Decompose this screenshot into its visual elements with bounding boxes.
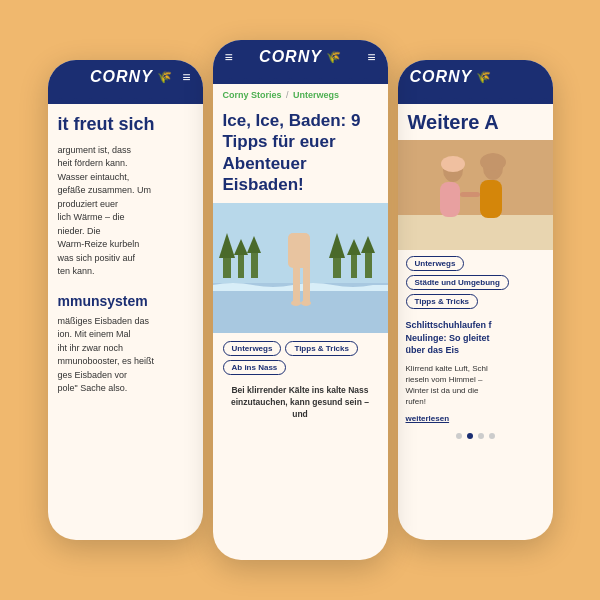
svg-point-26 bbox=[441, 156, 465, 172]
center-logo-text: CORNY bbox=[259, 48, 322, 66]
svg-point-19 bbox=[301, 300, 311, 306]
tag-unterwegs[interactable]: Unterwegs bbox=[223, 341, 282, 356]
svg-point-18 bbox=[291, 300, 301, 306]
wheat-icon-right: 🌾 bbox=[476, 70, 491, 84]
left-body-2: mäßiges Eisbaden dasion. Mit einem Malih… bbox=[58, 315, 193, 396]
svg-rect-16 bbox=[293, 263, 300, 303]
svg-rect-7 bbox=[251, 250, 258, 278]
ice-scene-svg bbox=[213, 203, 388, 333]
right-header: CORNY 🌾 bbox=[398, 60, 553, 104]
breadcrumb-sep: / bbox=[286, 90, 291, 100]
right-tag-staedte[interactable]: Städte und Umgebung bbox=[406, 275, 509, 290]
tag-ab-ins-nass[interactable]: Ab ins Nass bbox=[223, 360, 287, 375]
svg-rect-13 bbox=[365, 250, 372, 278]
phone-left: CORNY 🌾 ≡ it freut sich argument ist, da… bbox=[48, 60, 203, 540]
caption-rest: einzutauchen, kann gesund sein – und bbox=[231, 397, 369, 419]
dot-4[interactable] bbox=[489, 433, 495, 439]
dot-3[interactable] bbox=[478, 433, 484, 439]
breadcrumb-1[interactable]: Corny Stories bbox=[223, 90, 282, 100]
right-image bbox=[398, 140, 553, 250]
right-logo: CORNY 🌾 bbox=[410, 68, 492, 86]
dots-pagination bbox=[398, 427, 553, 445]
left-section-title: mmunsystem bbox=[58, 293, 193, 309]
left-header: CORNY 🌾 ≡ bbox=[48, 60, 203, 104]
left-logo-text: CORNY bbox=[90, 68, 153, 86]
caption-bold: Bei klirrender Kälte ins kalte Nass bbox=[231, 385, 368, 395]
wheat-icon-left: 🌾 bbox=[157, 70, 172, 84]
right-tag-unterwegs[interactable]: Unterwegs bbox=[406, 256, 465, 271]
right-article-subtitle: Schlittschuhlaufen fNeulinge: So gleitet… bbox=[398, 315, 553, 361]
right-tags: Unterwegs Städte und Umgebung Tipps & Tr… bbox=[398, 250, 553, 315]
tags-row: Unterwegs Tipps & Tricks Ab ins Nass bbox=[213, 333, 388, 379]
breadcrumb: Corny Stories / Unterwegs bbox=[213, 84, 388, 106]
left-logo: CORNY 🌾 bbox=[90, 68, 172, 86]
svg-rect-5 bbox=[238, 253, 244, 278]
dot-1[interactable] bbox=[456, 433, 462, 439]
phones-container: CORNY 🌾 ≡ it freut sich argument ist, da… bbox=[10, 20, 590, 580]
zigzag-right bbox=[398, 94, 553, 104]
right-logo-text: CORNY bbox=[410, 68, 473, 86]
svg-point-29 bbox=[480, 153, 506, 171]
right-title-fragment: Weitere A bbox=[398, 104, 553, 140]
svg-marker-1 bbox=[213, 74, 388, 84]
svg-marker-21 bbox=[398, 94, 553, 104]
article-caption: Bei klirrender Kälte ins kalte Nass einz… bbox=[213, 379, 388, 427]
left-title-fragment: it freut sich bbox=[58, 114, 193, 136]
left-body-1: argument ist, dassheit fördern kann.Wass… bbox=[58, 144, 193, 279]
hamburger-icon-center-right[interactable]: ≡ bbox=[367, 49, 375, 65]
svg-rect-30 bbox=[460, 192, 480, 197]
hamburger-icon-center-left[interactable]: ≡ bbox=[225, 49, 233, 65]
article-image bbox=[213, 203, 388, 333]
svg-rect-28 bbox=[480, 180, 502, 218]
dot-2[interactable] bbox=[467, 433, 473, 439]
phone-center: ≡ CORNY 🌾 ≡ Corny Stories / Unterwegs Ic… bbox=[213, 40, 388, 560]
tag-tipps[interactable]: Tipps & Tricks bbox=[285, 341, 358, 356]
zigzag-center bbox=[213, 74, 388, 84]
people-svg bbox=[398, 140, 553, 250]
svg-rect-23 bbox=[398, 215, 553, 250]
svg-marker-0 bbox=[48, 94, 203, 104]
right-article-body: Klirrend kalte Luft, Schlrieseln vom Him… bbox=[398, 361, 553, 410]
weiterlesen-link[interactable]: weiterlesen bbox=[398, 410, 553, 427]
svg-rect-25 bbox=[440, 182, 460, 217]
center-logo: CORNY 🌾 bbox=[259, 48, 341, 66]
article-title: Ice, Ice, Baden: 9 Tipps für euer Abente… bbox=[213, 106, 388, 203]
breadcrumb-2[interactable]: Unterwegs bbox=[293, 90, 339, 100]
left-content: it freut sich argument ist, dassheit för… bbox=[48, 104, 203, 406]
hamburger-icon-left[interactable]: ≡ bbox=[182, 69, 190, 85]
zigzag-left bbox=[48, 94, 203, 104]
wheat-icon-center: 🌾 bbox=[326, 50, 341, 64]
phone-right: CORNY 🌾 Weitere A bbox=[398, 60, 553, 540]
svg-rect-20 bbox=[288, 233, 310, 268]
right-tag-tipps[interactable]: Tipps & Tricks bbox=[406, 294, 479, 309]
svg-rect-11 bbox=[351, 253, 357, 278]
center-header: ≡ CORNY 🌾 ≡ bbox=[213, 40, 388, 84]
